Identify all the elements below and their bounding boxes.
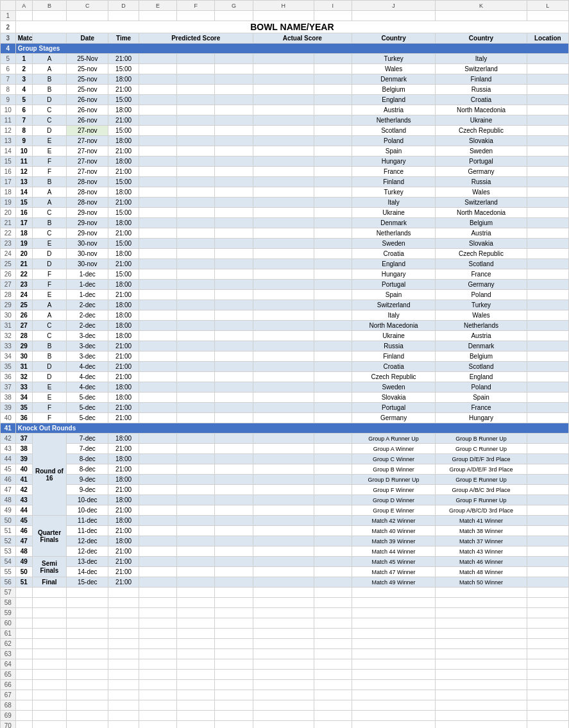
group-match-row: 3531D4-dec21:00CroatiaScotland [1, 362, 569, 372]
ko-match-row: 5651Final15-dec21:00Match 49 WinnerMatch… [1, 577, 569, 588]
empty-row-1: 1 [1, 11, 569, 21]
empty-row: 64 [1, 659, 569, 670]
ko-match-row: 5045Quarter Finals11-dec18:00Match 42 Wi… [1, 516, 569, 526]
group-match-row: 117C26-nov21:00NetherlandsUkraine [1, 115, 569, 126]
ko-match-row: 484310-dec18:00Group D WinnerGroup F Run… [1, 495, 569, 505]
group-match-row: 1612F27-nov21:00FranceGermany [1, 167, 569, 177]
col-b-header: B [32, 1, 66, 11]
col-h-header: H [253, 1, 314, 11]
group-match-row: 4036F5-dec21:00GermanyHungary [1, 413, 569, 423]
ko-match-row: 494410-dec21:00Group E WinnerGroup A/B/C… [1, 505, 569, 516]
title-row: 2BOWL NAME/YEAR [1, 21, 569, 33]
data-header-row: 3Match #DateTimePredicted ScoreActual Sc… [1, 33, 569, 44]
group-stages-header: 4Group Stages [1, 44, 569, 54]
group-match-row: 1410E27-nov21:00SpainSweden [1, 146, 569, 157]
empty-row: 69 [1, 711, 569, 721]
group-match-row: 3026A2-dec18:00ItalyWales [1, 310, 569, 321]
ko-match-row: 524712-dec18:00Match 39 WinnerMatch 37 W… [1, 536, 569, 546]
col-header-row: A B C D E F G H I J K L [1, 1, 569, 11]
group-match-row: 139E27-nov18:00PolandSlovakia [1, 136, 569, 146]
ko-match-row: 514611-dec21:00Match 40 WinnerMatch 38 W… [1, 526, 569, 536]
group-match-row: 2824E1-dec21:00SpainPoland [1, 290, 569, 300]
group-match-row: 84B25-nov21:00BelgiumRussia [1, 85, 569, 95]
group-match-row: 1814A28-nov18:00TurkeyWales [1, 187, 569, 198]
empty-row: 66 [1, 680, 569, 690]
group-match-row: 3834E5-dec18:00SlovakiaSpain [1, 393, 569, 403]
ko-match-row: 43387-dec21:00Group A WinnerGroup C Runn… [1, 444, 569, 454]
group-match-row: 2622F1-dec15:00HungaryFrance [1, 269, 569, 280]
group-match-row: 1511F27-nov18:00HungaryPortugal [1, 157, 569, 167]
group-match-row: 2420D30-nov18:00CroatiaCzech Republic [1, 249, 569, 259]
group-match-row: 62A25-nov15:00WalesSwitzerland [1, 64, 569, 74]
ko-match-row: 534812-dec21:00Match 44 WinnerMatch 43 W… [1, 546, 569, 557]
group-match-row: 2521D30-nov21:00EnglandScotland [1, 259, 569, 269]
group-match-row: 2925A2-dec18:00SwitzerlandTurkey [1, 300, 569, 310]
empty-row: 57 [1, 588, 569, 598]
ko-match-row: 5449Semi Finals13-dec21:00Match 45 Winne… [1, 557, 569, 567]
ko-match-row: 4237Round of 167-dec18:00Group A Runner … [1, 434, 569, 444]
group-match-row: 51A25-Nov21:00TurkeyItaly [1, 54, 569, 64]
ko-header-row: 41Knock Out Rounds [1, 423, 569, 434]
group-match-row: 3127C2-dec18:00North MacedoniaNetherland… [1, 321, 569, 331]
group-match-row: 3430B3-dec21:00FinlandBelgium [1, 351, 569, 362]
empty-row: 62 [1, 639, 569, 649]
empty-row: 65 [1, 670, 569, 680]
ko-match-row: 555014-dec21:00Match 47 WinnerMatch 48 W… [1, 567, 569, 577]
col-l-header: L [527, 1, 568, 11]
col-i-header: I [314, 1, 352, 11]
empty-row: 68 [1, 700, 569, 711]
empty-row: 59 [1, 608, 569, 618]
ko-match-row: 45408-dec21:00Group B WinnerGroup A/D/E/… [1, 464, 569, 475]
group-match-row: 2218C29-nov21:00NetherlandsAustria [1, 228, 569, 239]
col-d-header: D [108, 1, 139, 11]
spreadsheet: A B C D E F G H I J K L 12BOWL NAME/YEAR… [0, 0, 569, 728]
empty-row: 63 [1, 649, 569, 659]
group-match-row: 73B25-nov18:00DenmarkFinland [1, 74, 569, 85]
group-match-row: 106C26-nov18:00AustriaNorth Macedonia [1, 105, 569, 115]
col-j-header: J [352, 1, 435, 11]
group-match-row: 3632D4-dec21:00Czech RepublicEngland [1, 372, 569, 382]
group-match-row: 128D27-nov15:00ScotlandCzech Republic [1, 126, 569, 136]
col-e-header: E [139, 1, 176, 11]
group-match-row: 2016C29-nov15:00UkraineNorth Macedonia [1, 208, 569, 218]
group-match-row: 2117B29-nov18:00DenmarkBelgium [1, 218, 569, 228]
col-c-header: C [67, 1, 108, 11]
group-match-row: 1713B28-nov15:00FinlandRussia [1, 177, 569, 187]
group-match-row: 3935F5-dec21:00PortugalFrance [1, 403, 569, 413]
group-match-row: 3329B3-dec21:00RussiaDenmark [1, 341, 569, 351]
empty-row: 67 [1, 690, 569, 700]
group-match-row: 1915A28-nov21:00ItalySwitzerland [1, 198, 569, 208]
group-match-row: 2723F1-dec18:00PortugalGermany [1, 280, 569, 290]
col-f-header: F [177, 1, 215, 11]
group-match-row: 3733E4-dec18:00SwedenPoland [1, 382, 569, 393]
empty-row: 58 [1, 598, 569, 608]
ko-match-row: 44398-dec18:00Group C WinnerGroup D/E/F … [1, 454, 569, 464]
group-match-row: 2319E30-nov15:00SwedenSlovakia [1, 239, 569, 249]
ko-match-row: 46419-dec18:00Group D Runner UpGroup E R… [1, 475, 569, 485]
main-table: A B C D E F G H I J K L 12BOWL NAME/YEAR… [0, 0, 569, 728]
empty-row: 70 [1, 721, 569, 729]
col-k-header: K [436, 1, 527, 11]
col-a-header: A [15, 1, 32, 11]
empty-row: 60 [1, 618, 569, 629]
col-g-header: G [215, 1, 253, 11]
empty-row: 61 [1, 629, 569, 639]
ko-match-row: 47429-dec21:00Group F WinnerGroup A/B/C … [1, 485, 569, 495]
group-match-row: 95D26-nov15:00EnglandCroatia [1, 95, 569, 105]
group-match-row: 3228C3-dec18:00UkraineAustria [1, 331, 569, 341]
corner-cell [1, 1, 16, 11]
